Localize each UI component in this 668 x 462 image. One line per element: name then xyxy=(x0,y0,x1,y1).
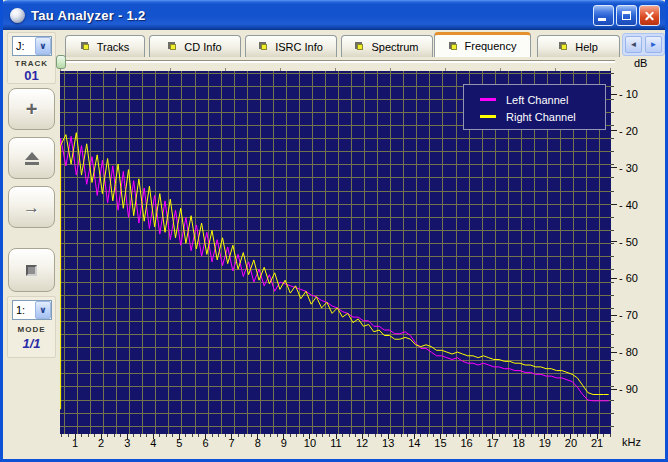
tab-flag-icon xyxy=(449,42,458,51)
arrow-left-icon: ◄ xyxy=(630,40,638,49)
svg-text:11: 11 xyxy=(330,437,341,449)
position-slider-track[interactable] xyxy=(60,60,615,63)
track-group: J: ∨ TRACK 01 xyxy=(7,32,56,84)
stop-button[interactable] xyxy=(8,248,55,292)
arrow-right-icon: → xyxy=(23,199,40,216)
add-button[interactable]: + xyxy=(8,88,55,130)
mode-group: 1: ∨ MODE 1/1 xyxy=(7,296,56,358)
svg-text:5: 5 xyxy=(176,437,182,449)
track-label: TRACK xyxy=(8,59,55,68)
slider-tick xyxy=(610,68,611,71)
slider-tick xyxy=(280,68,281,71)
svg-text:- 30: - 30 xyxy=(619,162,638,174)
svg-text:- 70: - 70 xyxy=(619,309,638,321)
tab-frequency[interactable]: Frequency xyxy=(434,32,531,57)
app-window: 123456789101112131415161718192021- 10- 2… xyxy=(0,0,668,462)
svg-text:7: 7 xyxy=(229,437,235,449)
slider-tick xyxy=(555,68,556,71)
stop-icon xyxy=(26,265,37,276)
slider-tick xyxy=(500,68,501,71)
svg-text:2: 2 xyxy=(98,437,104,449)
tab-cd-info[interactable]: CD Info xyxy=(149,35,241,57)
mode-select[interactable]: 1: ∨ xyxy=(12,300,52,320)
legend-item-right: Right Channel xyxy=(480,108,605,125)
svg-text:14: 14 xyxy=(408,437,420,449)
tab-flag-icon xyxy=(355,42,364,51)
svg-text:- 80: - 80 xyxy=(619,346,638,358)
chart-legend: Left Channel Right Channel xyxy=(463,84,606,130)
tab-scroll-right-button[interactable]: ► xyxy=(645,36,662,53)
tab-spectrum[interactable]: Spectrum xyxy=(341,35,433,57)
svg-text:- 90: - 90 xyxy=(619,383,638,395)
tab-flag-icon xyxy=(259,42,268,51)
svg-text:20: 20 xyxy=(565,437,577,449)
svg-text:13: 13 xyxy=(382,437,394,449)
slider-tick xyxy=(390,68,391,71)
svg-text:- 20: - 20 xyxy=(619,125,638,137)
svg-text:1: 1 xyxy=(72,437,78,449)
mode-value: 1/1 xyxy=(8,336,55,351)
svg-text:6: 6 xyxy=(202,437,208,449)
slider-tick xyxy=(170,68,171,71)
svg-text:15: 15 xyxy=(434,437,446,449)
right-channel-swatch xyxy=(480,115,496,118)
left-channel-swatch xyxy=(480,98,496,101)
svg-text:- 60: - 60 xyxy=(619,272,638,284)
svg-text:21: 21 xyxy=(591,437,603,449)
tab-tracks[interactable]: Tracks xyxy=(65,35,145,57)
tab-scroll-strip: ◄ ► xyxy=(622,33,665,56)
legend-item-left: Left Channel xyxy=(480,91,605,108)
tab-flag-icon xyxy=(168,42,177,51)
slider-tick xyxy=(335,68,336,71)
chevron-down-icon: ∨ xyxy=(39,42,46,51)
slider-tick xyxy=(445,68,446,71)
svg-text:8: 8 xyxy=(255,437,261,449)
tab-flag-icon xyxy=(559,42,568,51)
svg-text:16: 16 xyxy=(460,437,472,449)
tab-scroll-left-button[interactable]: ◄ xyxy=(625,36,642,53)
slider-tick xyxy=(115,68,116,71)
svg-text:4: 4 xyxy=(150,437,156,449)
plus-icon: + xyxy=(26,99,38,119)
svg-text:10: 10 xyxy=(304,437,316,449)
svg-text:- 10: - 10 xyxy=(619,88,638,100)
mode-label: MODE xyxy=(8,325,55,334)
arrow-right-icon: ► xyxy=(650,40,658,49)
svg-text:9: 9 xyxy=(281,437,287,449)
svg-text:kHz: kHz xyxy=(622,436,641,448)
slider-tick xyxy=(225,68,226,71)
drive-dropdown-button[interactable]: ∨ xyxy=(35,37,51,55)
tab-flag-icon xyxy=(81,42,90,51)
drive-select[interactable]: J: ∨ xyxy=(12,36,52,56)
svg-text:- 40: - 40 xyxy=(619,199,638,211)
svg-text:17: 17 xyxy=(486,437,498,449)
eject-button[interactable] xyxy=(8,137,55,179)
chevron-down-icon: ∨ xyxy=(39,306,46,315)
next-track-button[interactable]: → xyxy=(8,186,55,228)
svg-text:3: 3 xyxy=(124,437,130,449)
svg-text:12: 12 xyxy=(356,437,368,449)
svg-text:19: 19 xyxy=(539,437,551,449)
eject-icon xyxy=(25,152,39,165)
tab-isrc-info[interactable]: ISRC Info xyxy=(245,35,337,57)
mode-dropdown-button[interactable]: ∨ xyxy=(35,301,51,319)
svg-text:dB: dB xyxy=(634,57,647,69)
tab-help[interactable]: Help xyxy=(537,35,620,57)
position-slider-thumb[interactable] xyxy=(56,55,66,69)
svg-text:18: 18 xyxy=(513,437,525,449)
svg-text:- 50: - 50 xyxy=(619,236,638,248)
track-number: 01 xyxy=(8,68,55,83)
